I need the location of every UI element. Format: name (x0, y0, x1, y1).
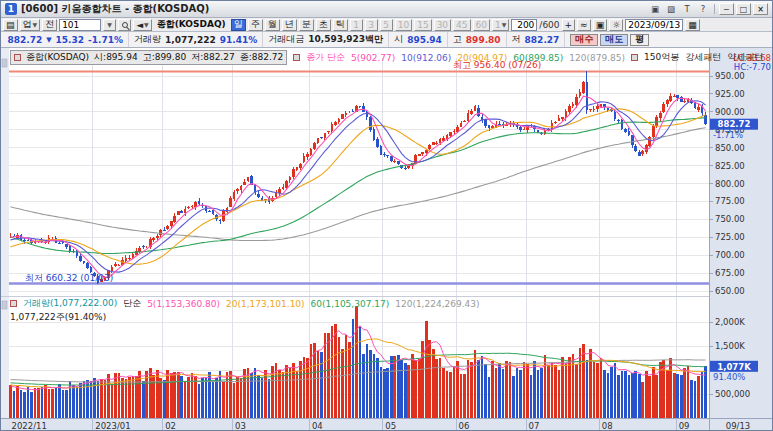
save-chart-button[interactable]: ▣ (593, 19, 608, 31)
svg-text:925.00: 925.00 (715, 89, 745, 99)
current-price: 882.72 (7, 35, 42, 45)
prev-code-button[interactable]: 전 (42, 19, 57, 31)
minute-60-button[interactable]: 60 (473, 19, 490, 31)
svg-text:06: 06 (459, 421, 470, 431)
svg-text:최저 660.32 (01/03): 최저 660.32 (01/03) (25, 273, 113, 283)
toolbar: ▤ 업▼ 전 101 ▼ ◄▼ 종합(KOSDAQ) 일 주 월 년 분 초 틱… (1, 18, 772, 32)
chart-settings-button[interactable]: ☼ (609, 19, 623, 31)
bar-total-label: /600 (539, 20, 559, 30)
trade-value: 10,593,923백만 (308, 33, 383, 46)
window-number-badge: 1 (5, 3, 17, 15)
trade-value-label: 거래대금 (268, 33, 304, 46)
volume-pct: 91.41% (220, 35, 258, 45)
text-tool-icon[interactable]: T (680, 3, 694, 15)
svg-text:91.40%: 91.40% (713, 372, 745, 382)
chevron-down-icon: ▼ (144, 21, 149, 28)
svg-text:03: 03 (235, 421, 246, 431)
alert-sound-button[interactable]: ◄▼ (133, 19, 152, 31)
close-button[interactable]: × (753, 3, 768, 15)
down-arrow-icon: ▼ (46, 36, 51, 44)
value-cell: 거래대금 10,593,923백만 (263, 32, 389, 47)
chevron-down-icon: ▼ (107, 21, 112, 28)
info-bar: 882.72 ▼ 15.32 -1.71% 거래량 1,077,222 91.4… (1, 32, 772, 48)
screen-capture-icon[interactable]: ▨ (664, 3, 678, 15)
volume-value: 1,077,222 (165, 35, 216, 45)
compare-chart-button[interactable]: ≈ (577, 19, 591, 31)
open-value: 895.94 (407, 35, 442, 45)
sector-select-button[interactable]: 업▼ (20, 19, 41, 31)
volume-label: 거래량 (134, 33, 161, 46)
low-label: 저 (512, 33, 521, 46)
svg-text:08: 08 (602, 421, 613, 431)
svg-text:882.72: 882.72 (718, 119, 751, 129)
chevron-down-icon: ▼ (33, 21, 38, 28)
svg-text:800.00: 800.00 (715, 179, 745, 189)
add-indicator-button[interactable]: + (562, 19, 576, 31)
svg-text:2,000K: 2,000K (715, 317, 745, 327)
svg-text:04: 04 (312, 421, 323, 431)
chart-area: 950.00925.00900.00875.00850.00825.00800.… (1, 48, 773, 431)
svg-text:950.00: 950.00 (715, 71, 745, 81)
svg-text:2022/11: 2022/11 (12, 421, 47, 431)
high-cell: 고 899.80 (448, 32, 507, 47)
bar-count-input[interactable]: 200 (511, 19, 537, 31)
period-week-button[interactable]: 주 (248, 19, 263, 31)
volume-cell: 거래량 1,077,222 91.41% (129, 32, 263, 47)
minute-15-button[interactable]: 15 (414, 19, 431, 31)
minute-1-button[interactable]: 1 (350, 19, 363, 31)
svg-text:900.00: 900.00 (715, 107, 745, 117)
svg-text:775.00: 775.00 (715, 196, 745, 206)
avg-button[interactable]: 평 (630, 34, 649, 46)
low-cell: 저 882.27 (507, 32, 566, 47)
svg-text:05: 05 (385, 421, 396, 431)
period-day-button[interactable]: 일 (231, 19, 246, 31)
svg-text:최고 956.40 (07/26): 최고 956.40 (07/26) (453, 60, 541, 70)
window-title: [0600] 키움종합차트 - 종합(KOSDAQ) (21, 2, 209, 16)
period-tick-button[interactable]: 틱 (333, 19, 348, 31)
multiplier-dropdown[interactable]: 1▼ (492, 19, 509, 31)
minute-30-button[interactable]: 30 (434, 19, 451, 31)
high-value: 899.80 (466, 35, 501, 45)
minimize-button[interactable]: ─ (719, 3, 734, 15)
code-dropdown-button[interactable]: ▼ (103, 19, 116, 31)
svg-text:07: 07 (529, 421, 540, 431)
search-button[interactable] (118, 19, 131, 31)
minute-5-button[interactable]: 5 (380, 19, 393, 31)
svg-text:500,000: 500,000 (715, 389, 750, 399)
buy-button[interactable]: 매수 (570, 34, 598, 46)
svg-text:HC:-7.70: HC:-7.70 (734, 62, 771, 72)
svg-text:09: 09 (679, 421, 690, 431)
svg-text:650.00: 650.00 (715, 286, 745, 296)
price-change-pct: -1.71% (88, 35, 123, 45)
svg-text:750.00: 750.00 (715, 214, 745, 224)
period-year-button[interactable]: 년 (282, 19, 297, 31)
calendar-icon: ▦ (688, 20, 697, 30)
svg-text:675.00: 675.00 (715, 268, 745, 278)
search-icon (122, 22, 128, 28)
minute-3-button[interactable]: 3 (365, 19, 378, 31)
link-icon[interactable]: ▣ (648, 3, 662, 15)
minute-45-button[interactable]: 45 (453, 19, 470, 31)
titlebar[interactable]: 1 [0600] 키움종합차트 - 종합(KOSDAQ) ▣ ▨ T ? ─ □… (1, 1, 772, 18)
svg-text:1,077K: 1,077K (717, 362, 751, 372)
svg-text:09/13: 09/13 (726, 421, 751, 431)
svg-text:-1.71%: -1.71% (713, 130, 743, 140)
multiplier-value: 1 (495, 20, 501, 30)
price-volume-chart[interactable]: 950.00925.00900.00875.00850.00825.00800.… (1, 48, 773, 431)
sell-button[interactable]: 매도 (600, 34, 628, 46)
code-input[interactable]: 101 (59, 19, 101, 31)
calendar-button[interactable]: ▦ (685, 19, 700, 31)
minute-10-button[interactable]: 10 (395, 19, 412, 31)
period-minute-button[interactable]: 분 (299, 19, 314, 31)
chart-menu-button[interactable]: ▤ (3, 19, 18, 31)
help-icon[interactable]: ? (696, 3, 710, 15)
symbol-name-label: 종합(KOSDAQ) (154, 18, 229, 31)
price-change: 15.32 (56, 35, 84, 45)
svg-text:725.00: 725.00 (715, 232, 745, 242)
period-month-button[interactable]: 월 (265, 19, 280, 31)
maximize-button[interactable]: □ (736, 3, 751, 15)
period-second-button[interactable]: 초 (316, 19, 331, 31)
svg-text:700.00: 700.00 (715, 250, 745, 260)
date-input[interactable]: 2023/09/13 (625, 19, 683, 31)
sector-label: 업 (23, 18, 32, 31)
